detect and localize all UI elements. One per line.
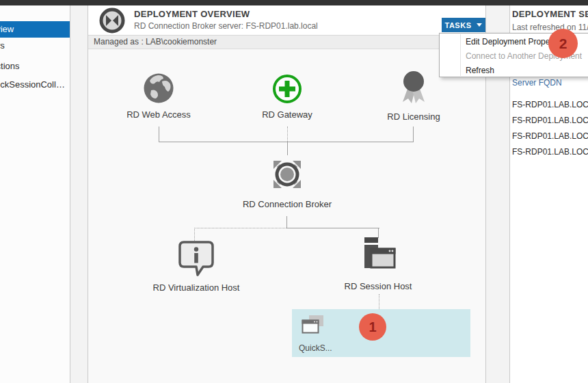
servers-card-title: DEPLOYMENT SERVERS — [512, 9, 588, 19]
connector-line — [159, 127, 159, 142]
sidebar-nav: Overview Servers Collections QuickSessio… — [0, 5, 70, 383]
window-top-strip — [0, 0, 588, 5]
node-label: RD Licensing — [387, 111, 440, 122]
connector-line-dotted — [287, 127, 288, 142]
connector-line-dotted — [194, 228, 286, 228]
add-green-icon — [272, 74, 302, 104]
chevron-down-icon — [477, 23, 482, 27]
sidebar-item-label: Servers — [0, 38, 5, 54]
tasks-menu-button[interactable]: TASKS — [442, 18, 485, 32]
rds-deployment-window: Overview Servers Collections QuickSessio… — [0, 0, 588, 383]
sidebar-item-label: QuickSessionCollection — [0, 77, 70, 93]
tasks-button-label: TASKS — [445, 21, 472, 29]
last-refreshed-text: Last refreshed on 11/3 — [512, 23, 588, 32]
connector-line-dotted — [379, 294, 379, 309]
menu-item-refresh[interactable]: Refresh — [440, 63, 588, 78]
node-rd-virtualization-host[interactable]: RD Virtualization Host — [135, 240, 258, 293]
connector-line — [413, 127, 414, 142]
node-rd-session-host[interactable]: RD Session Host — [327, 237, 429, 291]
column-header-server-fqdn[interactable]: Server FQDN — [512, 78, 562, 88]
server-row[interactable]: FS-RDP01.LAB.LOCAL — [512, 116, 588, 125]
connector-line — [378, 228, 379, 238]
server-row[interactable]: FS-RDP01.LAB.LOCAL — [512, 147, 588, 157]
annotation-step-2-badge: 2 — [548, 29, 578, 58]
connector-line — [287, 142, 288, 155]
info-bubble-icon — [177, 240, 215, 277]
sidebar-item-servers[interactable]: Servers — [0, 38, 70, 54]
sidebar-item-collections[interactable]: Collections — [0, 58, 70, 75]
node-label: RD Session Host — [345, 281, 412, 291]
sidebar-item-quicksessioncollection[interactable]: QuickSessionCollection — [0, 77, 70, 93]
node-label: RD Virtualization Host — [153, 282, 240, 293]
annotation-step-1-badge: 1 — [359, 313, 386, 341]
medal-icon — [399, 70, 429, 106]
globe-icon — [143, 72, 174, 104]
node-rd-web-access[interactable]: RD Web Access — [107, 72, 210, 120]
connector-line — [286, 228, 379, 228]
node-rd-gateway[interactable]: RD Gateway — [236, 74, 338, 120]
node-rd-connection-broker[interactable]: RD Connection Broker — [229, 155, 345, 209]
server-row[interactable]: FS-RDP01.LAB.LOCAL — [512, 131, 588, 141]
node-rd-licensing[interactable]: RD Licensing — [362, 70, 465, 122]
server-row[interactable]: FS-RDP01.LAB.LOCAL — [512, 100, 588, 109]
node-label: RD Connection Broker — [243, 199, 332, 209]
collection-label: QuickS... — [299, 343, 332, 353]
server-window-icon — [360, 237, 397, 276]
sidebar-item-label: Overview — [0, 21, 14, 38]
connector-line — [159, 142, 414, 142]
node-label: RD Gateway — [262, 109, 312, 120]
page-title: DEPLOYMENT OVERVIEW — [134, 9, 250, 19]
collection-windows-icon — [302, 315, 325, 337]
deployment-overview-icon — [98, 7, 126, 34]
sidebar-item-overview[interactable]: Overview — [0, 21, 70, 38]
connector-line — [286, 216, 287, 228]
broker-server-subtitle: RD Connection Broker server: FS-RDP01.la… — [134, 21, 318, 31]
node-label: RD Web Access — [126, 109, 191, 120]
sidebar-item-label: Collections — [0, 58, 20, 75]
managed-as-bar: Managed as : LAB\cookiemonster — [88, 35, 485, 49]
broker-arrows-icon — [268, 155, 306, 194]
